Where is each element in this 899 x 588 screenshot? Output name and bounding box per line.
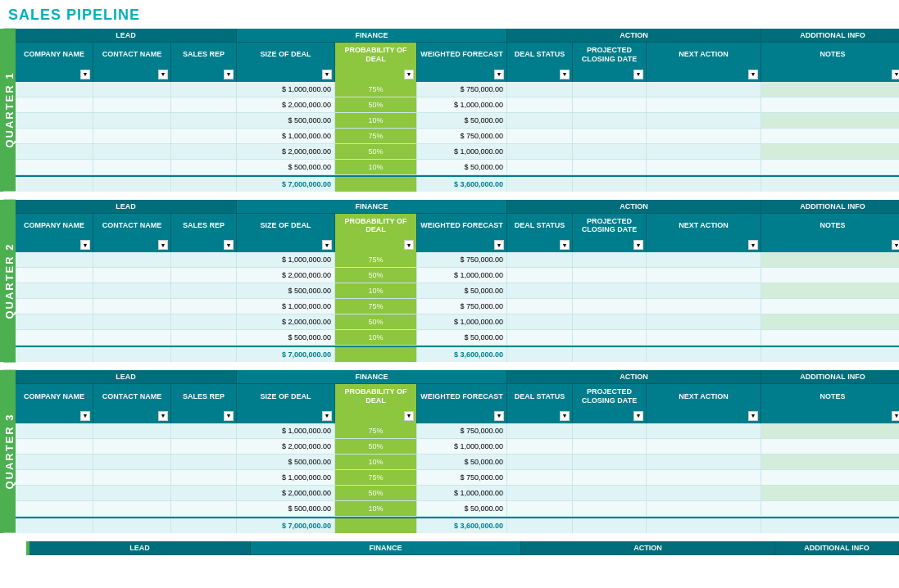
data-cell-col-closing <box>573 144 647 159</box>
data-cell-col-closing <box>573 439 647 454</box>
data-cell-weighted: $ 1,000,000.00 <box>417 97 507 112</box>
col-header-size_of_deal-1: SIZE OF DEAL <box>237 43 335 67</box>
filter-dropdown-btn[interactable]: ▼ <box>892 240 899 250</box>
total-cell-col-salesrep <box>171 518 237 533</box>
data-cell-col-nextaction <box>647 82 761 97</box>
filter-dropdown-btn[interactable]: ▼ <box>158 240 168 250</box>
bottom-additionalinfo-header: ADDITIONAL INFO <box>775 541 899 554</box>
data-cell-col-dealstatus <box>507 439 573 454</box>
data-cell-prob: 50% <box>335 439 417 454</box>
col-header-company_name-2: COMPANY NAME <box>16 214 93 238</box>
filter-dropdown-btn[interactable]: ▼ <box>494 411 504 421</box>
filter-dropdown-btn[interactable]: ▼ <box>158 411 168 421</box>
bottom-action-header: ACTION <box>521 541 775 554</box>
data-cell-weighted: $ 1,000,000.00 <box>417 314 507 329</box>
filter-dropdown-btn[interactable]: ▼ <box>322 240 332 250</box>
data-section-1: $ 1,000,000.0075%$ 750,000.00$ 2,000,000… <box>16 82 899 175</box>
filter-dropdown-btn[interactable]: ▼ <box>494 70 504 79</box>
filter-dropdown-btn[interactable]: ▼ <box>224 70 234 79</box>
action-group-3: ACTION <box>507 370 761 383</box>
data-cell-col-company <box>16 113 93 128</box>
filter-dropdown-btn[interactable]: ▼ <box>80 240 90 250</box>
data-cell-col-salesrep <box>171 455 237 469</box>
quarter-wrapper-2: QUARTER 2 LEAD FINANCE ACTION ADDITIONAL… <box>0 200 899 363</box>
filter-dropdown-btn[interactable]: ▼ <box>224 240 234 250</box>
filter-dropdown-btn[interactable]: ▼ <box>892 411 899 421</box>
bottom-finance-header: FINANCE <box>251 541 521 554</box>
filter-dropdown-btn[interactable]: ▼ <box>560 70 570 79</box>
data-cell-col-dealstatus <box>507 129 573 143</box>
total-cell-col-notes <box>761 177 899 192</box>
data-cell-col-salesrep <box>171 299 237 314</box>
col-header-sales_rep-1: SALES REP <box>171 43 237 67</box>
filter-dropdown-btn[interactable]: ▼ <box>494 240 504 250</box>
quarter-wrapper-1: QUARTER 1 LEAD FINANCE ACTION ADDITIONAL… <box>0 29 899 192</box>
data-cell-col-closing <box>573 486 647 500</box>
filter-row-3: ▼▼▼▼▼▼▼▼▼▼ <box>16 409 899 423</box>
data-cell-col-company <box>16 455 93 469</box>
data-cell-col-closing <box>573 113 647 128</box>
data-cell-col-closing <box>573 283 647 298</box>
data-cell-col-salesrep <box>171 423 237 438</box>
col-header-contact_name-3: CONTACT NAME <box>93 384 171 409</box>
data-cell-col-nextaction <box>647 455 761 469</box>
data-cell-col-nextaction <box>647 97 761 112</box>
filter-dropdown-btn[interactable]: ▼ <box>633 240 643 250</box>
filter-dropdown-btn[interactable]: ▼ <box>322 70 332 79</box>
filter-dropdown-btn[interactable]: ▼ <box>892 70 899 79</box>
col-header-projected_closing_date-2: PROJECTED CLOSING DATE <box>573 214 647 238</box>
total-cell-col-closing <box>573 177 647 192</box>
data-cell-weighted: $ 50,000.00 <box>417 330 507 345</box>
filter-dropdown-btn[interactable]: ▼ <box>560 411 570 421</box>
table-row: $ 1,000,000.0075%$ 750,000.00 <box>16 299 899 314</box>
filter-dropdown-btn[interactable]: ▼ <box>80 411 90 421</box>
col-header-probability_of_deal-1: PROBABILITY OF DEAL <box>335 43 417 67</box>
quarter-block-2: QUARTER 2 LEAD FINANCE ACTION ADDITIONAL… <box>0 200 899 363</box>
data-cell-col-contact <box>93 113 171 128</box>
data-cell-size: $ 1,000,000.00 <box>237 423 335 438</box>
filter-dropdown-btn[interactable]: ▼ <box>80 70 90 79</box>
table-row: $ 2,000,000.0050%$ 1,000,000.00 <box>16 439 899 455</box>
filter-dropdown-btn[interactable]: ▼ <box>322 411 332 421</box>
filter-dropdown-btn[interactable]: ▼ <box>404 240 414 250</box>
data-cell-notes <box>761 97 899 112</box>
total-cell-col-salesrep <box>171 347 237 362</box>
data-cell-col-company <box>16 470 93 485</box>
filter-dropdown-btn[interactable]: ▼ <box>224 411 234 421</box>
filter-dropdown-btn[interactable]: ▼ <box>158 70 168 79</box>
data-cell-weighted: $ 750,000.00 <box>417 252 507 267</box>
table-row: $ 2,000,000.0050%$ 1,000,000.00 <box>16 268 899 283</box>
data-cell-col-closing <box>573 160 647 174</box>
filter-dropdown-btn[interactable]: ▼ <box>404 411 414 421</box>
data-cell-col-salesrep <box>171 160 237 174</box>
col-header-contact_name-1: CONTACT NAME <box>93 43 171 67</box>
col-header-next_action-1: NEXT ACTION <box>647 43 761 67</box>
data-cell-col-nextaction <box>647 299 761 314</box>
filter-cell-1-2: ▼ <box>93 237 171 252</box>
total-prob <box>335 518 417 533</box>
filter-dropdown-btn[interactable]: ▼ <box>404 70 414 79</box>
data-cell-prob: 10% <box>335 160 417 174</box>
filter-dropdown-btn[interactable]: ▼ <box>560 240 570 250</box>
filter-dropdown-btn[interactable]: ▼ <box>633 411 643 421</box>
filter-dropdown-btn[interactable]: ▼ <box>748 411 758 421</box>
data-cell-col-closing <box>573 423 647 438</box>
filter-dropdown-btn[interactable]: ▼ <box>633 70 643 79</box>
data-cell-notes <box>761 439 899 454</box>
table-row: $ 2,000,000.0050%$ 1,000,000.00 <box>16 486 899 501</box>
data-cell-notes <box>761 283 899 298</box>
filter-row-1: ▼▼▼▼▼▼▼▼▼▼ <box>16 67 899 82</box>
data-cell-weighted: $ 50,000.00 <box>417 283 507 298</box>
action-group-1: ACTION <box>507 29 761 42</box>
filter-cell-3-3: ▼ <box>237 409 335 423</box>
data-cell-weighted: $ 50,000.00 <box>417 113 507 128</box>
filter-dropdown-btn[interactable]: ▼ <box>748 70 758 79</box>
total-size: $ 7,000,000.00 <box>237 347 335 362</box>
filter-dropdown-btn[interactable]: ▼ <box>748 240 758 250</box>
data-cell-weighted: $ 750,000.00 <box>417 129 507 143</box>
data-cell-col-salesrep <box>171 486 237 500</box>
filter-cell-7-3: ▼ <box>573 409 647 423</box>
data-cell-col-company <box>16 268 93 283</box>
data-cell-col-nextaction <box>647 423 761 438</box>
total-cell-col-dealstatus <box>507 347 573 362</box>
